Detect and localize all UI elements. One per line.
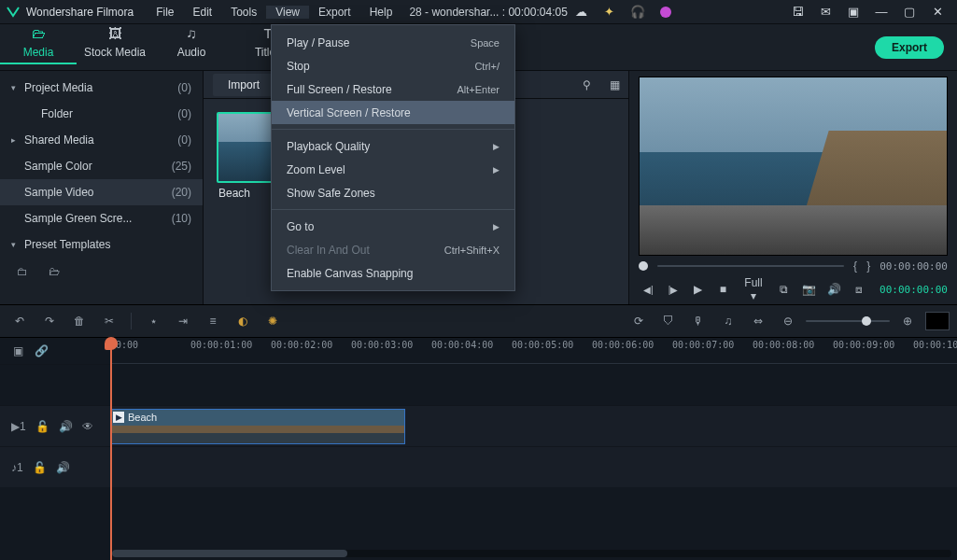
mark-out-icon[interactable]: } [866, 259, 870, 273]
window-maximize-icon[interactable]: ▢ [895, 0, 923, 24]
timeline-hscroll[interactable] [112, 550, 951, 557]
track-audio-icon: ♪1 [11, 461, 23, 474]
preview-canvas[interactable] [639, 77, 948, 256]
color-tool-icon[interactable]: ◐ [231, 315, 255, 328]
menu-divider [272, 129, 514, 130]
quality-dropdown[interactable]: Full ▾ [739, 276, 769, 302]
ruler-left-tools: ▣ 🔗 [0, 338, 110, 364]
tab-audio[interactable]: ♫Audio [153, 25, 230, 70]
ruler-tick: 00:00:04:00 [431, 340, 493, 350]
track-lock-icon[interactable]: 🔓 [33, 461, 47, 474]
track-visibility-icon[interactable]: 👁 [82, 420, 93, 433]
ruler-tick: 00:00:05:00 [512, 340, 573, 350]
track-mute-icon[interactable]: 🔊 [56, 461, 70, 474]
link-icon[interactable]: 🔗 [35, 344, 49, 357]
zoom-slider[interactable] [806, 320, 890, 322]
redo-button[interactable]: ↷ [37, 315, 62, 328]
delete-button[interactable]: 🗑 [67, 315, 91, 328]
window-minimize-icon[interactable]: — [867, 0, 895, 24]
menu-item-view[interactable]: View [266, 6, 309, 19]
scrub-track[interactable] [657, 265, 844, 267]
track-video-icon: ▶1 [11, 420, 26, 433]
filter-icon[interactable]: ⚲ [572, 78, 600, 91]
effects-tool-icon[interactable]: ✺ [260, 315, 285, 328]
zoom-in-button[interactable]: ⊕ [895, 315, 920, 328]
audio-mixer-icon[interactable]: ♫ [716, 315, 740, 328]
voiceover-icon[interactable]: 🎙 [686, 315, 711, 328]
mail-icon[interactable]: ✉ [811, 0, 839, 24]
grid-view-icon[interactable]: ▦ [600, 78, 628, 91]
preview-panel: { } 00:00:00:00 ◀| |▶ ▶ ■ Full ▾ ⧉ 📷 🔊 ⧈… [628, 71, 957, 304]
menu-item-vertical-screen-restore[interactable]: Vertical Screen / Restore [272, 101, 514, 124]
play-button[interactable]: ▶ [688, 283, 708, 296]
track-lock-icon[interactable]: 🔓 [35, 420, 49, 433]
timeline-toolbar: ↶ ↷ 🗑 ✂ ⭑ ⇥ ≡ ◐ ✺ ⟳ ⛉ 🎙 ♫ ⇔ ⊖ ⊕ [0, 304, 957, 338]
menu-item-help[interactable]: Help [360, 6, 402, 19]
preview-timecode-right: 00:00:00:00 [880, 284, 948, 296]
marker-shield-icon[interactable]: ⛉ [656, 315, 681, 328]
menu-item-show-safe-zones[interactable]: Show Safe Zones [272, 181, 514, 204]
menu-item-zoom-level[interactable]: Zoom Level▶ [272, 158, 514, 181]
cut-button[interactable]: ✂ [97, 315, 121, 328]
support-icon[interactable]: 🎧 [624, 0, 652, 24]
sidebar-item-sample-green-scre-[interactable]: Sample Green Scre...(10) [0, 205, 203, 231]
fit-icon[interactable]: ⇔ [746, 315, 770, 328]
sidebar-item-sample-video[interactable]: Sample Video(20) [0, 179, 203, 205]
window-close-icon[interactable]: ✕ [923, 0, 951, 24]
playhead[interactable] [110, 338, 112, 560]
app-logo-icon [6, 5, 21, 20]
menu-item-full-screen-restore[interactable]: Full Screen / RestoreAlt+Enter [272, 77, 514, 101]
menu-item-go-to[interactable]: Go to▶ [272, 215, 514, 238]
new-bin-icon[interactable]: 🗁 [49, 265, 60, 278]
sidebar-item-preset-templates[interactable]: ▾Preset Templates [0, 231, 203, 258]
menu-item-enable-canvas-snapping[interactable]: Enable Canvas Snapping [272, 261, 514, 285]
menu-item-file[interactable]: File [147, 6, 183, 19]
sidebar-item-shared-media[interactable]: ▸Shared Media(0) [0, 127, 203, 153]
preview-timecode-left: 00:00:00:00 [880, 260, 948, 273]
import-button[interactable]: Import [213, 74, 274, 96]
prev-frame-button[interactable]: ◀| [639, 285, 658, 295]
menu-item-play-pause[interactable]: Play / PauseSpace [272, 31, 514, 54]
ruler-tick: 00:00:10:00 [913, 340, 957, 350]
sidebar-item-sample-color[interactable]: Sample Color(25) [0, 153, 203, 179]
track-mute-icon[interactable]: 🔊 [59, 420, 73, 433]
sidebar-item-folder[interactable]: Folder(0) [0, 101, 203, 127]
mark-in-icon[interactable]: { [853, 259, 857, 273]
render-icon[interactable]: ⟳ [626, 315, 651, 328]
track-manager-icon[interactable]: ▣ [13, 344, 23, 357]
audio-wave-icon[interactable]: ≡ [201, 315, 225, 328]
marker-icon[interactable]: ⭑ [141, 315, 165, 328]
timeline-clip[interactable]: ▶Beach [110, 409, 405, 444]
volume-icon[interactable]: 🔊 [824, 283, 844, 296]
sidebar-item-project-media[interactable]: ▾Project Media(0) [0, 75, 203, 101]
zoom-out-button[interactable]: ⊖ [776, 315, 800, 328]
menu-item-tools[interactable]: Tools [221, 6, 266, 19]
pip-icon[interactable]: ⧈ [849, 283, 868, 296]
account-avatar-icon[interactable] [652, 0, 680, 24]
menu-item-edit[interactable]: Edit [184, 6, 222, 19]
tab-stock-media[interactable]: 🖼Stock Media [77, 25, 153, 70]
preview-scrubber[interactable]: { } 00:00:00:00 [639, 256, 948, 276]
app-name: Wondershare Filmora [26, 6, 134, 19]
tips-icon[interactable]: ✦ [596, 0, 624, 24]
menu-item-stop[interactable]: StopCtrl+/ [272, 54, 514, 77]
undo-button[interactable]: ↶ [7, 315, 32, 328]
save-icon[interactable]: 🖫 [783, 0, 811, 24]
next-frame-button[interactable]: |▶ [664, 285, 683, 295]
new-folder-icon[interactable]: 🗀 [17, 265, 28, 278]
scrub-playhead-dot-icon[interactable] [639, 261, 648, 271]
cloud-icon[interactable]: ☁ [568, 0, 596, 24]
snapshot-icon[interactable]: 📷 [799, 283, 819, 296]
export-button[interactable]: Export [875, 36, 944, 59]
tab-media[interactable]: 🗁Media [0, 25, 77, 70]
settings-chip-icon[interactable]: ▣ [839, 0, 867, 24]
menu-item-export[interactable]: Export [309, 6, 360, 19]
music-icon: ♫ [153, 25, 230, 46]
stop-button[interactable]: ■ [713, 283, 733, 296]
speed-icon[interactable]: ⇥ [171, 315, 195, 328]
display-mode-icon[interactable]: ⧉ [774, 283, 794, 296]
ruler-tick: 00:00:06:00 [592, 340, 654, 350]
project-title-timecode: 28 - wondershar... : 00:00:04:05 [409, 6, 567, 19]
time-ruler[interactable]: 00:0000:00:01:0000:00:02:0000:00:03:0000… [110, 338, 957, 364]
menu-item-playback-quality[interactable]: Playback Quality▶ [272, 134, 514, 158]
